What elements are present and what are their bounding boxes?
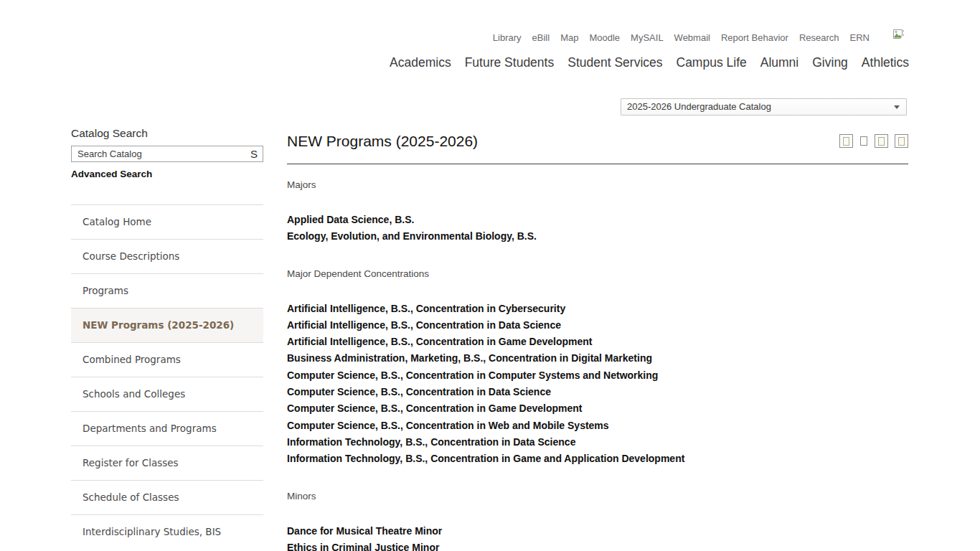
section-link-list: Artificial Intelligence, B.S., Concentra… (287, 301, 908, 468)
utility-nav-link[interactable]: Map (560, 32, 578, 43)
search-input[interactable] (72, 146, 263, 161)
program-link[interactable]: Dance for Musical Theatre Minor (287, 523, 908, 540)
help-icon[interactable] (895, 134, 908, 148)
utility-nav: Library eBill Map Moodle MySAIL Webmail … (493, 32, 870, 43)
main-nav-link[interactable]: Future Students (465, 55, 555, 70)
sidebar-menu-item[interactable]: Catalog Home (71, 204, 263, 239)
program-link[interactable]: Artificial Intelligence, B.S., Concentra… (287, 317, 908, 334)
degree-planner-icon[interactable] (839, 134, 853, 148)
catalog-version-value: 2025-2026 Undergraduate Catalog (627, 101, 771, 112)
main-nav-link[interactable]: Giving (812, 55, 848, 70)
sidebar-menu-item[interactable]: Combined Programs (71, 342, 263, 377)
content-header: NEW Programs (2025-2026) (287, 132, 908, 151)
portfolio-icon[interactable] (859, 134, 868, 148)
section-heading: Minors (287, 491, 908, 501)
section-link-list: Applied Data Science, B.S. Ecology, Evol… (287, 212, 908, 245)
program-link[interactable]: Computer Science, B.S., Concentration in… (287, 384, 908, 400)
broken-image-icon[interactable] (892, 29, 905, 42)
main-nav-link[interactable]: Campus Life (677, 55, 747, 70)
utility-nav-link[interactable]: Webmail (674, 32, 710, 43)
catalog-search-box: S (71, 146, 263, 162)
section-heading: Major Dependent Concentrations (287, 268, 908, 279)
main-nav-link[interactable]: Athletics (862, 55, 909, 70)
catalog-version-dropdown[interactable]: 2025-2026 Undergraduate Catalog (621, 98, 907, 116)
print-icon[interactable] (875, 134, 888, 148)
page-tool-icons (839, 134, 908, 148)
sidebar-menu-item[interactable]: Schools and Colleges (71, 377, 263, 411)
program-section: Majors Applied Data Science, B.S. Ecolog… (287, 179, 908, 245)
program-link[interactable]: Artificial Intelligence, B.S., Concentra… (287, 301, 908, 317)
program-link[interactable]: Artificial Intelligence, B.S., Concentra… (287, 334, 908, 350)
main-content: NEW Programs (2025-2026) Majors Applied … (287, 132, 908, 551)
page-title: NEW Programs (2025-2026) (287, 132, 478, 151)
sidebar-menu-item[interactable]: Schedule of Classes (71, 480, 263, 514)
catalog-search-heading: Catalog Search (71, 127, 263, 140)
sidebar-menu-item[interactable]: Interdisciplinary Studies, BIS (71, 514, 263, 549)
main-nav: Academics Future Students Student Servic… (390, 55, 909, 70)
utility-nav-link[interactable]: ERN (850, 32, 870, 43)
program-section: Minors Dance for Musical Theatre Minor E… (287, 491, 908, 551)
program-link[interactable]: Computer Science, B.S., Concentration in… (287, 418, 908, 434)
sidebar-menu-item[interactable]: Programs (71, 273, 263, 308)
program-link[interactable]: Business Administration, Marketing, B.S.… (287, 350, 908, 367)
sidebar-menu-item[interactable]: Departments and Programs (71, 411, 263, 446)
sidebar-menu-item[interactable]: NEW Programs (2025-2026) (71, 308, 263, 342)
program-section: Major Dependent Concentrations Artificia… (287, 268, 908, 468)
utility-nav-link[interactable]: Research (799, 32, 839, 43)
program-link[interactable]: Ecology, Evolution, and Environmental Bi… (287, 228, 908, 245)
sidebar-menu-item[interactable]: Course Descriptions (71, 239, 263, 273)
sidebar: Catalog Search S Advanced Search Catalog… (71, 127, 263, 549)
utility-nav-link[interactable]: Moodle (589, 32, 620, 43)
sidebar-menu: Catalog Home Course Descriptions Program… (71, 204, 263, 549)
program-sections: Majors Applied Data Science, B.S. Ecolog… (287, 179, 908, 551)
section-link-list: Dance for Musical Theatre Minor Ethics i… (287, 523, 908, 551)
program-link[interactable]: Computer Science, B.S., Concentration in… (287, 400, 908, 417)
program-link[interactable]: Information Technology, B.S., Concentrat… (287, 434, 908, 451)
chevron-down-icon (894, 105, 900, 109)
section-heading: Majors (287, 179, 908, 190)
program-link[interactable]: Applied Data Science, B.S. (287, 212, 908, 228)
advanced-search-link[interactable]: Advanced Search (71, 169, 263, 179)
main-nav-link[interactable]: Alumni (760, 55, 799, 70)
utility-nav-link[interactable]: Library (493, 32, 522, 43)
main-nav-link[interactable]: Academics (390, 55, 451, 70)
program-link[interactable]: Ethics in Criminal Justice Minor (287, 540, 908, 551)
main-nav-link[interactable]: Student Services (567, 55, 662, 70)
utility-nav-link[interactable]: Report Behavior (721, 32, 788, 43)
sidebar-menu-item[interactable]: Register for Classes (71, 446, 263, 480)
utility-nav-link[interactable]: MySAIL (631, 32, 664, 43)
utility-nav-link[interactable]: eBill (532, 32, 550, 43)
program-link[interactable]: Computer Science, B.S., Concentration in… (287, 367, 908, 384)
program-link[interactable]: Information Technology, B.S., Concentrat… (287, 451, 908, 467)
search-submit-button[interactable]: S (250, 148, 258, 160)
title-divider (287, 164, 908, 164)
